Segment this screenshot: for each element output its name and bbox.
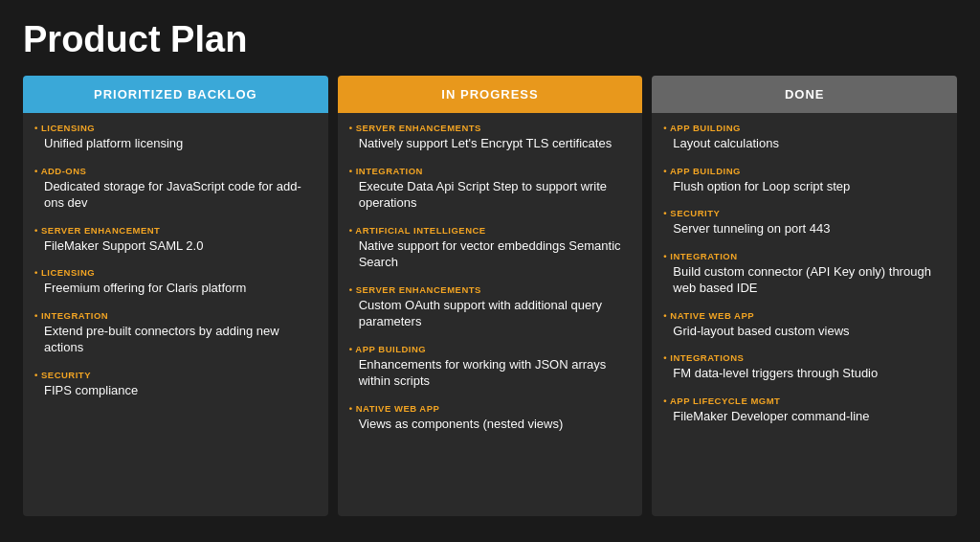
list-item: APP BUILDINGLayout calculations [663,123,946,152]
column-header-inprogress: IN PROGRESS [338,76,643,113]
column-body-done: APP BUILDINGLayout calculationsAPP BUILD… [652,113,957,516]
item-title: Views as components (nested views) [349,416,632,433]
columns-container: PRIORITIZED BACKLOGLICENSINGUnified plat… [23,76,957,516]
list-item: LICENSINGUnified platform licensing [34,123,317,152]
item-category: APP BUILDING [663,123,946,133]
item-category: LICENSING [34,267,317,278]
item-category: ADD-ONS [34,166,317,176]
item-title: Flush option for Loop script step [663,178,946,195]
column-header-backlog: PRIORITIZED BACKLOG [23,76,328,113]
item-category: SERVER ENHANCEMENTS [349,284,632,295]
item-title: FileMaker Support SAML 2.0 [34,237,317,255]
item-title: FM data-level triggers through Studio [663,365,946,382]
item-title: Native support for vector embeddings Sem… [349,237,632,271]
item-category: SERVER ENHANCEMENT [34,225,317,236]
item-category: INTEGRATION [34,310,317,321]
page-title: Product Plan [23,19,957,60]
item-title: Dedicated storage for JavaScript code fo… [34,178,317,212]
item-title: Execute Data Api Script Step to support … [349,178,632,212]
list-item: INTEGRATIONExecute Data Api Script Step … [349,166,632,212]
list-item: ARTIFICIAL INTELLIGENCENative support fo… [349,225,632,271]
column-header-done: DONE [652,76,957,113]
item-category: LICENSING [34,123,317,133]
item-category: SERVER ENHANCEMENTS [349,123,632,133]
item-title: Custom OAuth support with additional que… [349,297,632,330]
item-title: Enhancements for working with JSON array… [349,356,632,390]
item-title: FIPS compliance [34,382,317,399]
item-title: Natively support Let's Encrypt TLS certi… [349,135,632,152]
item-category: APP LIFECYCLE MGMT [663,395,946,406]
item-category: INTEGRATIONS [663,352,946,363]
list-item: SERVER ENHANCEMENTFileMaker Support SAML… [34,225,317,255]
list-item: SERVER ENHANCEMENTSCustom OAuth support … [349,284,632,330]
item-category: INTEGRATION [349,166,632,176]
list-item: NATIVE WEB APPViews as components (neste… [349,403,632,433]
item-category: SECURITY [663,208,946,218]
item-category: SECURITY [34,370,317,380]
item-title: Freemium offering for Claris platform [34,280,317,297]
column-backlog: PRIORITIZED BACKLOGLICENSINGUnified plat… [23,76,328,516]
item-category: INTEGRATION [663,251,946,261]
item-title: Server tunneling on port 443 [663,220,946,237]
list-item: ADD-ONSDedicated storage for JavaScript … [34,166,317,212]
item-category: NATIVE WEB APP [663,310,946,321]
list-item: INTEGRATIONExtend pre-built connectors b… [34,310,317,356]
item-category: APP BUILDING [349,344,632,354]
list-item: APP LIFECYCLE MGMTFileMaker Developer co… [663,395,946,425]
item-category: ARTIFICIAL INTELLIGENCE [349,225,632,236]
item-title: Layout calculations [663,135,946,152]
list-item: APP BUILDINGFlush option for Loop script… [663,166,946,195]
item-title: FileMaker Developer command-line [663,408,946,425]
column-body-inprogress: SERVER ENHANCEMENTSNatively support Let'… [338,113,643,516]
list-item: INTEGRATIONSFM data-level triggers throu… [663,352,946,382]
list-item: SECURITYServer tunneling on port 443 [663,208,946,237]
item-title: Unified platform licensing [34,135,317,152]
list-item: SERVER ENHANCEMENTSNatively support Let'… [349,123,632,152]
item-title: Grid-layout based custom views [663,323,946,340]
item-title: Extend pre-built connectors by adding ne… [34,323,317,356]
item-category: NATIVE WEB APP [349,403,632,414]
column-done: DONEAPP BUILDINGLayout calculationsAPP B… [652,76,957,516]
list-item: SECURITYFIPS compliance [34,370,317,399]
list-item: INTEGRATIONBuild custom connector (API K… [663,251,946,297]
item-category: APP BUILDING [663,166,946,176]
column-inprogress: IN PROGRESSSERVER ENHANCEMENTSNatively s… [338,76,643,516]
list-item: NATIVE WEB APPGrid-layout based custom v… [663,310,946,340]
item-title: Build custom connector (API Key only) th… [663,263,946,297]
list-item: LICENSINGFreemium offering for Claris pl… [34,267,317,297]
list-item: APP BUILDINGEnhancements for working wit… [349,344,632,390]
column-body-backlog: LICENSINGUnified platform licensingADD-O… [23,113,328,516]
